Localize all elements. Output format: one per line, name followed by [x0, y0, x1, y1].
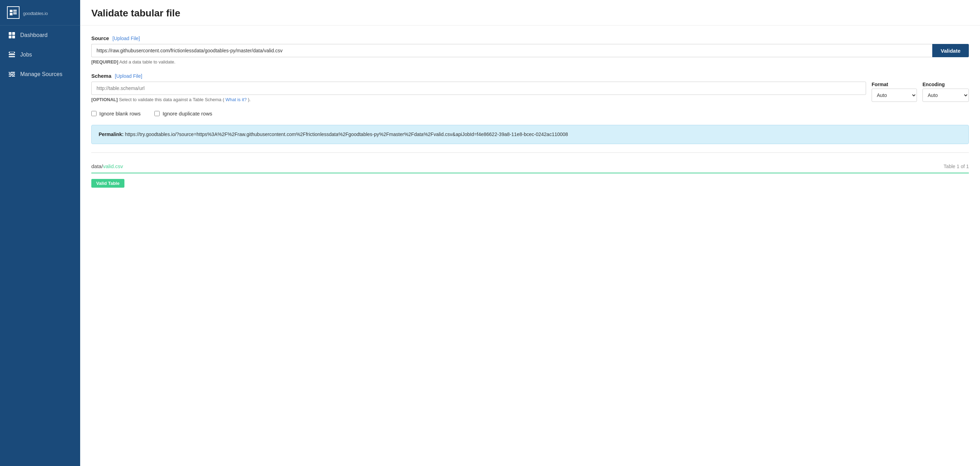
encoding-label: Encoding [923, 81, 969, 87]
svg-rect-6 [9, 32, 11, 35]
svg-rect-5 [13, 13, 17, 14]
source-upload-link[interactable]: [Upload File] [113, 35, 140, 41]
schema-label: Schema [Upload File] [91, 73, 969, 79]
svg-rect-1 [10, 10, 13, 12]
dashboard-icon [8, 32, 15, 39]
svg-rect-2 [10, 13, 13, 15]
schema-input-wrap: [OPTIONAL] Select to validate this data … [91, 81, 866, 102]
result-file-link[interactable]: valid.csv [103, 163, 123, 169]
ignore-duplicate-rows-checkbox[interactable] [154, 111, 160, 116]
logo-icon [7, 6, 19, 19]
page-header: Validate tabular file [80, 0, 980, 26]
svg-rect-8 [9, 35, 11, 38]
ignore-blank-rows-label[interactable]: Ignore blank rows [91, 110, 140, 116]
jobs-icon [8, 51, 15, 58]
source-input[interactable] [91, 44, 932, 57]
svg-rect-12 [9, 56, 15, 57]
svg-rect-9 [12, 35, 15, 38]
validate-button[interactable]: Validate [932, 44, 969, 57]
permalink-label: Permalink: [99, 131, 124, 137]
permalink-box: Permalink: https://try.goodtables.io/?so… [91, 125, 969, 144]
format-select[interactable]: Auto CSV XLS XLSX ODS [872, 89, 917, 102]
source-label: Source [Upload File] [91, 35, 969, 41]
manage-sources-icon [8, 71, 15, 78]
svg-rect-4 [13, 11, 17, 13]
source-hint: [REQUIRED] Add a data table to validate. [91, 59, 969, 64]
sidebar-item-dashboard[interactable]: Dashboard [0, 26, 80, 45]
main-content: Validate tabular file Source [Upload Fil… [80, 0, 980, 466]
sidebar-item-manage-sources[interactable]: Manage Sources [0, 64, 80, 84]
valid-badge: Valid Table [91, 179, 969, 188]
content-area: Source [Upload File] Validate [REQUIRED]… [80, 26, 980, 466]
result-file-row: data/valid.csv Table 1 of 1 [91, 160, 969, 173]
svg-rect-7 [12, 32, 15, 35]
what-is-it-link[interactable]: What is it? [226, 97, 247, 102]
svg-rect-11 [9, 54, 15, 55]
sidebar-item-jobs-label: Jobs [20, 52, 32, 58]
source-input-row: Validate [91, 44, 969, 57]
sidebar-item-jobs[interactable]: Jobs [0, 45, 80, 64]
schema-section: Schema [Upload File] [OPTIONAL] Select t… [91, 73, 969, 102]
encoding-group: Encoding Auto UTF-8 UTF-16 ISO-8859-1 [923, 81, 969, 102]
schema-hint: [OPTIONAL] Select to validate this data … [91, 97, 866, 102]
schema-grid: [OPTIONAL] Select to validate this data … [91, 81, 969, 102]
svg-point-19 [13, 73, 14, 75]
svg-point-20 [11, 75, 13, 77]
sidebar: goodtables.io Dashboard Jobs [0, 0, 80, 466]
result-file-path: data/valid.csv [91, 163, 123, 169]
format-group: Format Auto CSV XLS XLSX ODS [872, 81, 917, 102]
sidebar-item-manage-sources-label: Manage Sources [20, 71, 62, 77]
source-section: Source [Upload File] Validate [REQUIRED]… [91, 35, 969, 64]
valid-badge-text: Valid Table [91, 179, 124, 188]
logo-text: goodtables.io [23, 9, 48, 17]
sidebar-item-dashboard-label: Dashboard [20, 32, 48, 38]
checkbox-row: Ignore blank rows Ignore duplicate rows [91, 110, 969, 116]
encoding-select[interactable]: Auto UTF-8 UTF-16 ISO-8859-1 [923, 89, 969, 102]
page-title: Validate tabular file [91, 8, 969, 19]
format-label: Format [872, 81, 917, 87]
result-table-count: Table 1 of 1 [944, 164, 969, 169]
ignore-blank-rows-checkbox[interactable] [91, 111, 97, 116]
ignore-duplicate-rows-label[interactable]: Ignore duplicate rows [154, 110, 212, 116]
schema-input[interactable] [91, 81, 866, 95]
permalink-url: https://try.goodtables.io/?source=https%… [125, 131, 568, 137]
svg-rect-3 [13, 10, 17, 11]
schema-upload-link[interactable]: [Upload File] [115, 73, 143, 79]
section-divider [91, 152, 969, 153]
logo[interactable]: goodtables.io [0, 0, 80, 26]
svg-point-18 [10, 72, 11, 73]
